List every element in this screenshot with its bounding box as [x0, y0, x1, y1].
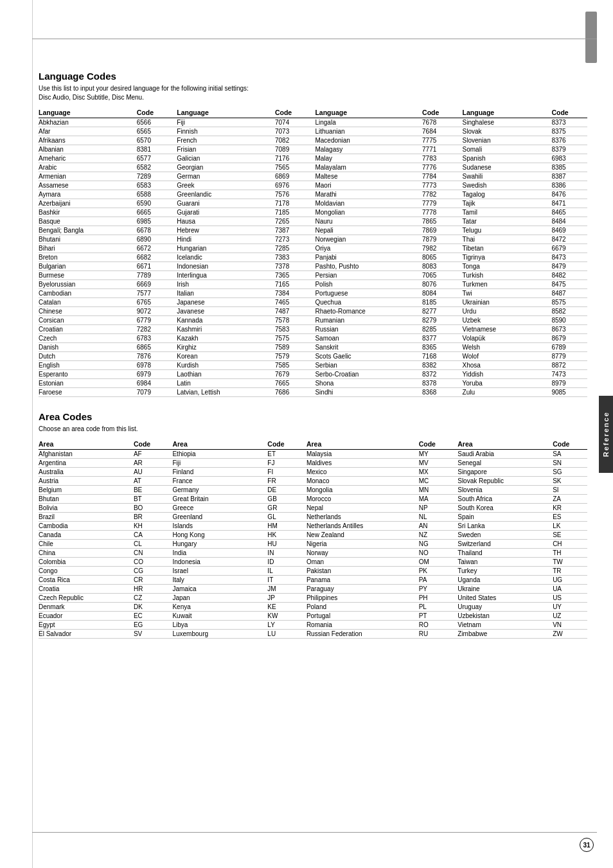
table-cell: Vietnamese	[463, 325, 552, 334]
table-cell: Kashmiri	[177, 325, 275, 334]
table-cell: Hindi	[177, 235, 275, 244]
table-row: Faroese7079Latvian, Lettish7686Sindhi836…	[39, 388, 587, 397]
table-row: AustriaATFranceFRMonacoMCSlovak Republic…	[39, 477, 587, 486]
acode-col-3: Code	[419, 439, 458, 450]
table-row: Ameharic6577Galician7176Malay7783Spanish…	[39, 154, 587, 163]
table-cell: 8084	[422, 289, 462, 298]
table-row: Bulgarian6671Indonesian7378Pashto, Pusht…	[39, 262, 587, 271]
table-row: Catalan6765Japanese7465Quechua8185Ukrain…	[39, 298, 587, 307]
table-cell: 8185	[422, 298, 462, 307]
table-cell: 7265	[275, 217, 315, 226]
page-container: Language Codes Use this list to input yo…	[0, 0, 613, 868]
table-cell: UA	[553, 585, 587, 594]
table-cell: 8482	[551, 271, 587, 280]
table-row: BoliviaBOGreeceGRNepalNPSouth KoreaKR	[39, 504, 587, 513]
table-cell: 7665	[275, 379, 315, 388]
table-cell: 8368	[422, 388, 462, 397]
table-cell: 8076	[422, 280, 462, 289]
table-cell: Kurdish	[177, 361, 275, 370]
table-row: Afar6565Finnish7073Lithuanian7684Slovak8…	[39, 127, 587, 136]
table-cell: 7679	[275, 370, 315, 379]
table-cell: KR	[553, 504, 587, 513]
table-cell: 7876	[137, 352, 177, 361]
table-cell: 7185	[275, 208, 315, 217]
table-cell: Shona	[315, 379, 422, 388]
table-cell: 7783	[422, 154, 462, 163]
table-cell: Polish	[315, 280, 422, 289]
table-cell: Vietnam	[458, 621, 553, 630]
table-cell: ET	[267, 450, 306, 459]
table-cell: 7065	[422, 271, 462, 280]
table-cell: Greenland	[172, 513, 267, 522]
table-cell: Singhalese	[463, 118, 552, 127]
lang-col-2: Language	[177, 107, 275, 118]
table-cell: Nauru	[315, 217, 422, 226]
table-cell: TR	[553, 567, 587, 576]
table-row: Albanian8381Frisian7089Malagasy7771Somal…	[39, 145, 587, 154]
table-cell: HM	[267, 522, 306, 531]
table-cell: AN	[419, 522, 458, 531]
table-cell: 6789	[551, 343, 587, 352]
table-cell: Tagalog	[463, 190, 552, 199]
table-cell: Croatian	[39, 325, 137, 334]
table-cell: LY	[267, 621, 306, 630]
table-cell: 8386	[551, 181, 587, 190]
table-cell: 7684	[422, 127, 462, 136]
table-cell: Indonesia	[172, 558, 267, 567]
table-cell: 7775	[422, 136, 462, 145]
table-cell: 7285	[275, 244, 315, 253]
table-cell: 7176	[275, 154, 315, 163]
table-cell: Panjabi	[315, 253, 422, 262]
table-cell: 8673	[551, 325, 587, 334]
table-cell: 6577	[137, 154, 177, 163]
page-number: 31	[580, 838, 594, 852]
table-cell: 6671	[137, 262, 177, 271]
table-row: BhutanBTGreat BritainGBMoroccoMASouth Af…	[39, 495, 587, 504]
table-cell: 7585	[275, 361, 315, 370]
table-cell: HK	[267, 531, 306, 540]
table-cell: Bengali; Bangla	[39, 226, 137, 235]
code-col-3: Code	[422, 107, 462, 118]
table-cell: Bashkir	[39, 208, 137, 217]
table-cell: GL	[267, 513, 306, 522]
table-cell: 8590	[551, 316, 587, 325]
table-cell: Pakistan	[306, 567, 419, 576]
table-cell: 8471	[551, 199, 587, 208]
table-cell: CG	[134, 567, 173, 576]
table-cell: Denmark	[39, 603, 134, 612]
table-cell: 8472	[551, 235, 587, 244]
table-cell: Macedonian	[315, 136, 422, 145]
table-row: Czech6783Kazakh7575Samoan8377Volapük8679	[39, 334, 587, 343]
table-cell: Interlingua	[177, 271, 275, 280]
table-row: Abkhazian6566Fiji7074Lingala7678Singhale…	[39, 118, 587, 127]
table-cell: Hungary	[172, 540, 267, 549]
table-row: Azerbaijani6590Guarani7178Moldavian7779T…	[39, 199, 587, 208]
table-cell: Javanese	[177, 307, 275, 316]
table-row: EcuadorECKuwaitKWPortugalPTUzbekistanUZ	[39, 612, 587, 621]
acode-col-2: Code	[267, 439, 306, 450]
table-cell: KW	[267, 612, 306, 621]
table-cell: Gujarati	[177, 208, 275, 217]
table-row: ArgentinaARFijiFJMaldivesMVSenegalSN	[39, 459, 587, 468]
table-cell: Dutch	[39, 352, 137, 361]
table-cell: 8277	[422, 307, 462, 316]
code-col-4: Code	[551, 107, 587, 118]
table-row: Burmese7789Interlingua7365Persian7065Tur…	[39, 271, 587, 280]
table-cell: Byelorussian	[39, 280, 137, 289]
table-cell: Xhosa	[463, 361, 552, 370]
table-cell: Nepali	[315, 226, 422, 235]
table-cell: GR	[267, 504, 306, 513]
table-cell: LK	[553, 522, 587, 531]
table-cell: South Africa	[458, 495, 553, 504]
table-cell: Kannada	[177, 316, 275, 325]
table-cell: Germany	[172, 486, 267, 495]
table-cell: CO	[134, 558, 173, 567]
table-cell: AR	[134, 459, 173, 468]
table-cell: 7168	[422, 352, 462, 361]
table-cell: Luxembourg	[172, 630, 267, 639]
table-cell: Kazakh	[177, 334, 275, 343]
table-cell: Malagasy	[315, 145, 422, 154]
table-row: Basque6985Hausa7265Nauru7865Tatar8484	[39, 217, 587, 226]
table-cell: Romania	[306, 621, 419, 630]
table-cell: Rumanian	[315, 316, 422, 325]
